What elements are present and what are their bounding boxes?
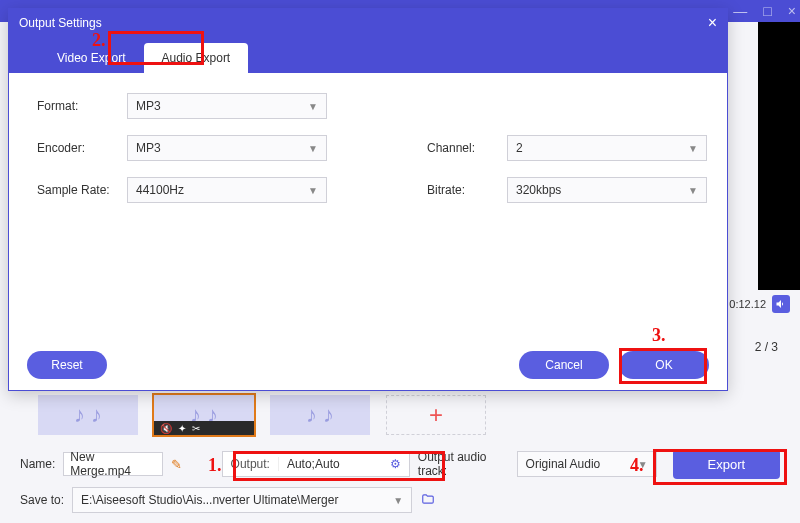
dialog-footer: Reset Cancel OK (9, 340, 727, 390)
saveto-label: Save to: (20, 493, 64, 507)
dialog-title: Output Settings (19, 16, 102, 30)
gear-icon[interactable]: ⚙ (382, 457, 409, 471)
chevron-down-icon: ▼ (308, 101, 318, 112)
output-settings-dialog: Output Settings × Video Export Audio Exp… (8, 8, 728, 391)
encoder-select[interactable]: MP3▼ (127, 135, 327, 161)
channel-label: Channel: (427, 141, 507, 155)
bitrate-value: 320kbps (516, 183, 561, 197)
output-label: Output: (223, 457, 279, 471)
channel-select[interactable]: 2▼ (507, 135, 707, 161)
dialog-body: Format: MP3▼ Encoder: MP3▼ Channel: 2▼ S… (9, 73, 727, 340)
chevron-down-icon: ▼ (308, 185, 318, 196)
export-button[interactable]: Export (673, 449, 780, 479)
minimize-icon[interactable]: — (733, 3, 747, 19)
name-input[interactable]: New Merge.mp4 (63, 452, 163, 476)
chevron-down-icon: ▼ (688, 143, 698, 154)
channel-value: 2 (516, 141, 523, 155)
clip-thumbnail[interactable]: ♪♪ 🔇 ✦ ✂ (154, 395, 254, 435)
audio-track-value: Original Audio (526, 457, 601, 471)
output-value: Auto;Auto (279, 457, 382, 471)
clip-thumbnail[interactable]: ♪♪ (38, 395, 138, 435)
music-note-icon: ♪ (306, 402, 317, 428)
saveto-select[interactable]: E:\Aiseesoft Studio\Ais...nverter Ultima… (72, 487, 412, 513)
thumbnail-row: ♪♪ ♪♪ 🔇 ✦ ✂ ♪♪ + (38, 395, 486, 435)
saveto-value: E:\Aiseesoft Studio\Ais...nverter Ultima… (81, 493, 338, 507)
cancel-button[interactable]: Cancel (519, 351, 609, 379)
cut-icon[interactable]: ✂ (192, 423, 200, 434)
chevron-down-icon: ▼ (688, 185, 698, 196)
music-note-icon: ♪ (91, 402, 102, 428)
mute-icon[interactable]: 🔇 (160, 423, 172, 434)
edit-name-icon[interactable]: ✎ (171, 457, 182, 472)
sample-rate-select[interactable]: 44100Hz▼ (127, 177, 327, 203)
chevron-down-icon: ▼ (393, 495, 403, 506)
encoder-value: MP3 (136, 141, 161, 155)
bitrate-select[interactable]: 320kbps▼ (507, 177, 707, 203)
ok-button[interactable]: OK (619, 351, 709, 379)
add-clip-button[interactable]: + (386, 395, 486, 435)
close-icon[interactable]: × (788, 3, 796, 19)
chevron-down-icon: ▼ (638, 459, 648, 470)
clip-toolbar: 🔇 ✦ ✂ (154, 421, 254, 435)
format-value: MP3 (136, 99, 161, 113)
music-note-icon: ♪ (323, 402, 334, 428)
star-icon[interactable]: ✦ (178, 423, 186, 434)
audio-track-label: Output audio track: (418, 450, 509, 478)
open-folder-icon[interactable] (420, 492, 436, 509)
page-counter: 2 / 3 (755, 340, 778, 354)
time-text: 0:12.12 (729, 298, 766, 310)
reset-button[interactable]: Reset (27, 351, 107, 379)
sample-rate-label: Sample Rate: (37, 183, 127, 197)
bitrate-label: Bitrate: (427, 183, 507, 197)
music-note-icon: ♪ (74, 402, 85, 428)
tab-video-export[interactable]: Video Export (39, 43, 144, 73)
format-select[interactable]: MP3▼ (127, 93, 327, 119)
time-readout: 0:12.12 (729, 295, 790, 313)
clip-thumbnail[interactable]: ♪♪ (270, 395, 370, 435)
output-settings-box[interactable]: Output: Auto;Auto ⚙ (222, 451, 410, 477)
maximize-icon[interactable]: □ (763, 3, 771, 19)
encoder-label: Encoder: (37, 141, 127, 155)
sample-rate-value: 44100Hz (136, 183, 184, 197)
chevron-down-icon: ▼ (308, 143, 318, 154)
video-preview (758, 22, 800, 290)
tab-audio-export[interactable]: Audio Export (144, 43, 249, 73)
dialog-titlebar: Output Settings × (9, 9, 727, 37)
name-label: Name: (20, 457, 55, 471)
volume-icon[interactable] (772, 295, 790, 313)
dialog-close-icon[interactable]: × (708, 14, 717, 32)
audio-track-select[interactable]: Original Audio ▼ (517, 451, 657, 477)
tab-row: Video Export Audio Export (9, 37, 727, 73)
format-label: Format: (37, 99, 127, 113)
